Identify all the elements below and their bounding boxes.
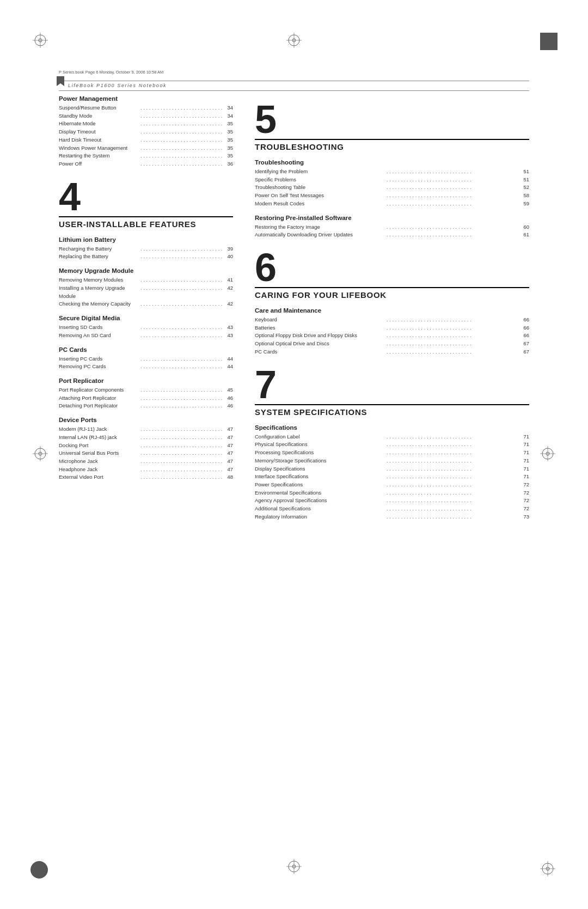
- toc-label: Inserting PC Cards: [59, 355, 139, 363]
- book-title: LifeBook P1600 Series Notebook: [68, 83, 167, 88]
- toc-dots: . . . . . . . . . . . . . . . . . . . . …: [385, 223, 518, 231]
- toc-page: 61: [518, 231, 529, 239]
- toc-dots: . . . . . . . . . . . . . . . . . . . . …: [139, 442, 222, 450]
- toc-dots: . . . . . . . . . . . . . . . . . . . . …: [139, 363, 222, 371]
- toc-entry: Inserting SD Cards. . . . . . . . . . . …: [59, 324, 233, 332]
- toc-label: Agency Approval Specifications: [255, 497, 385, 505]
- sub-heading: Secure Digital Media: [59, 315, 233, 321]
- toc-label: Hibernate Mode: [59, 120, 139, 128]
- toc-entry: Removing Memory Modules. . . . . . . . .…: [59, 276, 233, 284]
- toc-label: Checking the Memory Capacity: [59, 300, 139, 308]
- toc-entry: Suspend/Resume Button. . . . . . . . . .…: [59, 104, 233, 112]
- toc-label: Batteries: [255, 324, 385, 332]
- toc-page: 34: [222, 112, 233, 120]
- toc-entry: Internal LAN (RJ-45) jack. . . . . . . .…: [59, 434, 233, 442]
- toc-dots: . . . . . . . . . . . . . . . . . . . . …: [139, 152, 222, 160]
- toc-page: 58: [518, 192, 529, 200]
- header-rule: [59, 90, 529, 91]
- toc-dots: . . . . . . . . . . . . . . . . . . . . …: [385, 192, 518, 200]
- left-column: Power Management Suspend/Resume Button. …: [59, 95, 233, 811]
- toc-dots: . . . . . . . . . . . . . . . . . . . . …: [385, 449, 518, 457]
- toc-page: 41: [222, 276, 233, 284]
- sub-heading: Troubleshooting: [255, 159, 529, 166]
- section6-block: 6 Caring for Your LifeBook Care and Main…: [255, 248, 529, 356]
- toc-dots: . . . . . . . . . . . . . . . . . . . . …: [139, 284, 222, 300]
- section4-number: 4: [59, 177, 233, 216]
- toc-entry: External Video Port. . . . . . . . . . .…: [59, 473, 233, 481]
- toc-label: Windows Power Management: [59, 144, 139, 152]
- toc-page: 47: [222, 449, 233, 457]
- toc-entry: PC Cards. . . . . . . . . . . . . . . . …: [255, 348, 529, 356]
- toc-page: 66: [518, 316, 529, 324]
- toc-dots: . . . . . . . . . . . . . . . . . . . . …: [139, 457, 222, 466]
- toc-label: Additional Specifications: [255, 505, 385, 513]
- toc-entry: Detaching Port Replicator. . . . . . . .…: [59, 402, 233, 410]
- toc-entry: Batteries. . . . . . . . . . . . . . . .…: [255, 324, 529, 332]
- toc-dots: . . . . . . . . . . . . . . . . . . . . …: [139, 449, 222, 457]
- power-management-section: Power Management Suspend/Resume Button. …: [59, 95, 233, 168]
- toc-dots: . . . . . . . . . . . . . . . . . . . . …: [139, 434, 222, 442]
- reg-mark-bottom: [286, 859, 302, 876]
- toc-page: 47: [222, 466, 233, 474]
- toc-page: 35: [222, 144, 233, 152]
- toc-label: Processing Specifications: [255, 449, 385, 457]
- toc-entry: Hibernate Mode. . . . . . . . . . . . . …: [59, 120, 233, 128]
- toc-dots: . . . . . . . . . . . . . . . . . . . . …: [385, 505, 518, 513]
- toc-dots: . . . . . . . . . . . . . . . . . . . . …: [385, 497, 518, 505]
- toc-page: 52: [518, 184, 529, 192]
- toc-dots: . . . . . . . . . . . . . . . . . . . . …: [139, 245, 222, 253]
- toc-page: 51: [518, 176, 529, 184]
- toc-dots: . . . . . . . . . . . . . . . . . . . . …: [139, 355, 222, 363]
- toc-label: Attaching Port Replicator: [59, 394, 139, 402]
- toc-dots: . . . . . . . . . . . . . . . . . . . . …: [139, 473, 222, 481]
- section7-title: System Specifications: [255, 404, 529, 417]
- toc-dots: . . . . . . . . . . . . . . . . . . . . …: [139, 300, 222, 308]
- toc-entry: Power Off. . . . . . . . . . . . . . . .…: [59, 160, 233, 168]
- reg-mark-tl: [33, 33, 48, 48]
- toc-dots: . . . . . . . . . . . . . . . . . . . . …: [139, 332, 222, 340]
- toc-entry: Identifying the Problem. . . . . . . . .…: [255, 168, 529, 176]
- toc-entry: Configuration Label. . . . . . . . . . .…: [255, 433, 529, 441]
- toc-page: 60: [518, 223, 529, 231]
- toc-label: Power On Self Test Messages: [255, 192, 385, 200]
- toc-page: 36: [222, 160, 233, 168]
- toc-page: 34: [222, 104, 233, 112]
- toc-label: Display Specifications: [255, 465, 385, 473]
- toc-dots: . . . . . . . . . . . . . . . . . . . . …: [385, 457, 518, 465]
- toc-page: 72: [518, 505, 529, 513]
- toc-entry: Removing PC Cards. . . . . . . . . . . .…: [59, 363, 233, 371]
- bookmark-icon: [57, 76, 64, 88]
- toc-label: Environmental Specifications: [255, 489, 385, 497]
- toc-label: Optional Optical Drive and Discs: [255, 340, 385, 348]
- toc-page: 47: [222, 425, 233, 434]
- toc-page: 43: [222, 324, 233, 332]
- toc-dots: . . . . . . . . . . . . . . . . . . . . …: [385, 231, 518, 239]
- filled-circle-bl: [30, 861, 48, 879]
- toc-entry: Optional Floppy Disk Drive and Floppy Di…: [255, 332, 529, 340]
- toc-page: 45: [222, 386, 233, 394]
- toc-page: 35: [222, 128, 233, 136]
- toc-dots: . . . . . . . . . . . . . . . . . . . . …: [385, 184, 518, 192]
- toc-dots: . . . . . . . . . . . . . . . . . . . . …: [139, 128, 222, 136]
- toc-dots: . . . . . . . . . . . . . . . . . . . . …: [385, 348, 518, 356]
- toc-dots: . . . . . . . . . . . . . . . . . . . . …: [139, 253, 222, 261]
- sub-heading: Port Replicator: [59, 377, 233, 384]
- toc-entry: Power Specifications. . . . . . . . . . …: [255, 481, 529, 489]
- toc-dots: . . . . . . . . . . . . . . . . . . . . …: [139, 136, 222, 144]
- toc-entry: Display Specifications. . . . . . . . . …: [255, 465, 529, 473]
- toc-dots: . . . . . . . . . . . . . . . . . . . . …: [385, 316, 518, 324]
- toc-label: Recharging the Battery: [59, 245, 139, 253]
- sub-heading: Specifications: [255, 424, 529, 431]
- toc-page: 43: [222, 332, 233, 340]
- section7-block: 7 System Specifications SpecificationsCo…: [255, 365, 529, 521]
- toc-label: Hard Disk Timeout: [59, 136, 139, 144]
- toc-page: 35: [222, 136, 233, 144]
- right-column: 5 Troubleshooting TroubleshootingIdentif…: [255, 95, 529, 811]
- toc-dots: . . . . . . . . . . . . . . . . . . . . …: [385, 441, 518, 449]
- section4-block: 4 User-Installable Features Lithium ion …: [59, 177, 233, 481]
- toc-dots: . . . . . . . . . . . . . . . . . . . . …: [385, 340, 518, 348]
- toc-label: Regulatory Information: [255, 513, 385, 521]
- toc-label: Microphone Jack: [59, 457, 139, 466]
- sub-heading: Memory Upgrade Module: [59, 267, 233, 274]
- section4-title: User-Installable Features: [59, 216, 233, 229]
